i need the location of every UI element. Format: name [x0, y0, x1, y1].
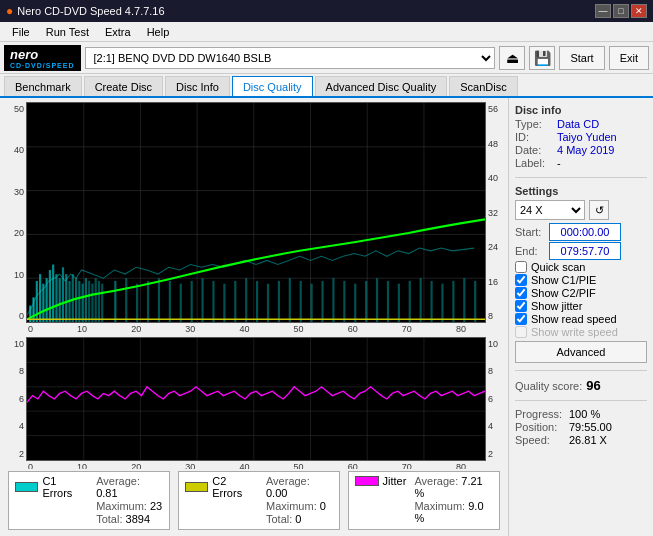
- title-bar-left: ● Nero CD-DVD Speed 4.7.7.16: [6, 4, 165, 18]
- bottom-chart-body: [26, 337, 486, 461]
- svg-rect-18: [52, 265, 54, 322]
- svg-rect-63: [430, 281, 432, 322]
- c1-stat-lines: Average: 0.81 Maximum: 23 Total: 3894: [96, 475, 163, 526]
- show-write-speed-row: Show write speed: [515, 326, 647, 338]
- svg-rect-62: [420, 278, 422, 322]
- svg-rect-47: [256, 281, 258, 322]
- c2-label: C2 Errors: [212, 475, 258, 499]
- show-jitter-checkbox[interactable]: [515, 300, 527, 312]
- disc-type-value: Data CD: [557, 118, 599, 130]
- quick-scan-checkbox[interactable]: [515, 261, 527, 273]
- svg-rect-56: [354, 284, 356, 322]
- tab-create-disc[interactable]: Create Disc: [84, 76, 163, 96]
- quick-scan-label[interactable]: Quick scan: [531, 261, 585, 273]
- maximize-button[interactable]: □: [613, 4, 629, 18]
- menu-run-test[interactable]: Run Test: [38, 25, 97, 39]
- disc-label-value: -: [557, 157, 561, 169]
- menu-file[interactable]: File: [4, 25, 38, 39]
- advanced-button[interactable]: Advanced: [515, 341, 647, 363]
- c2-color-indicator: [185, 482, 208, 492]
- svg-rect-59: [387, 281, 389, 322]
- jitter-color-indicator: [355, 476, 379, 486]
- jitter-header: Jitter: [355, 475, 407, 487]
- jitter-stat-lines: Average: 7.21 % Maximum: 9.0 %: [414, 475, 493, 525]
- drive-select[interactable]: [2:1] BENQ DVD DD DW1640 BSLB: [85, 47, 496, 69]
- start-time-input[interactable]: [549, 223, 621, 241]
- minimize-button[interactable]: —: [595, 4, 611, 18]
- show-c1pie-checkbox[interactable]: [515, 274, 527, 286]
- svg-rect-41: [191, 281, 193, 322]
- bottom-chart-with-axes: 10 8 6 4 2: [4, 337, 504, 461]
- bottom-chart-wrapper: 10 8 6 4 2: [4, 337, 504, 467]
- svg-rect-48: [267, 284, 269, 322]
- disc-info-title: Disc info: [515, 104, 647, 116]
- svg-rect-19: [55, 274, 57, 322]
- show-read-speed-label[interactable]: Show read speed: [531, 313, 617, 325]
- menu-extra[interactable]: Extra: [97, 25, 139, 39]
- end-time-row: End:: [515, 242, 647, 260]
- svg-rect-36: [136, 284, 138, 322]
- show-read-speed-row: Show read speed: [515, 313, 647, 325]
- refresh-button[interactable]: ↺: [589, 200, 609, 220]
- nero-logo: nero CD·DVD/SPEED: [4, 45, 81, 71]
- menu-help[interactable]: Help: [139, 25, 178, 39]
- save-button[interactable]: 💾: [529, 46, 555, 70]
- exit-button[interactable]: Exit: [609, 46, 649, 70]
- top-chart-wrapper: 50 40 30 20 10 0: [4, 102, 504, 335]
- jitter-avg: Average: 7.21 %: [414, 475, 493, 499]
- start-button[interactable]: Start: [559, 46, 604, 70]
- tab-benchmark[interactable]: Benchmark: [4, 76, 82, 96]
- disc-id-value: Taiyo Yuden: [557, 131, 617, 143]
- svg-rect-24: [72, 274, 74, 322]
- svg-rect-49: [278, 281, 280, 322]
- position-label: Position:: [515, 421, 565, 433]
- bottom-y-axis-right: 10 8 6 4 2: [486, 337, 504, 461]
- close-button[interactable]: ✕: [631, 4, 647, 18]
- svg-rect-30: [91, 284, 93, 322]
- tab-disc-info[interactable]: Disc Info: [165, 76, 230, 96]
- jitter-max: Maximum: 9.0 %: [414, 500, 493, 524]
- c1-stat-block: C1 Errors Average: 0.81 Maximum: 23 Tota…: [8, 471, 170, 530]
- show-jitter-label[interactable]: Show jitter: [531, 300, 582, 312]
- main-content: 50 40 30 20 10 0: [0, 98, 653, 536]
- c2-max: Maximum: 0: [266, 500, 333, 512]
- progress-row: Progress: 100 %: [515, 408, 647, 420]
- disc-label-row: Label: -: [515, 157, 647, 169]
- progress-section: Progress: 100 % Position: 79:55.00 Speed…: [515, 408, 647, 447]
- show-read-speed-checkbox[interactable]: [515, 313, 527, 325]
- svg-rect-27: [82, 284, 84, 322]
- svg-rect-45: [234, 281, 236, 322]
- svg-rect-37: [147, 281, 149, 322]
- speed-progress-label: Speed:: [515, 434, 565, 446]
- svg-rect-38: [158, 278, 160, 322]
- end-time-input[interactable]: [549, 242, 621, 260]
- svg-rect-50: [289, 278, 291, 322]
- title-bar-controls: — □ ✕: [595, 4, 647, 18]
- tab-disc-quality[interactable]: Disc Quality: [232, 76, 313, 96]
- top-x-axis-row: 0 10 20 30 40 50 60 70 80: [4, 323, 504, 335]
- disc-type-row: Type: Data CD: [515, 118, 647, 130]
- eject-button[interactable]: ⏏: [499, 46, 525, 70]
- tab-scan-disc[interactable]: ScanDisc: [449, 76, 517, 96]
- logo-text: nero: [10, 47, 75, 62]
- svg-rect-12: [32, 297, 34, 322]
- show-jitter-row: Show jitter: [515, 300, 647, 312]
- show-c1pie-label[interactable]: Show C1/PIE: [531, 274, 596, 286]
- position-value: 79:55.00: [569, 421, 612, 433]
- svg-rect-14: [39, 274, 41, 322]
- right-panel: Disc info Type: Data CD ID: Taiyo Yuden …: [508, 98, 653, 536]
- svg-rect-57: [365, 281, 367, 322]
- tab-advanced-disc-quality[interactable]: Advanced Disc Quality: [315, 76, 448, 96]
- svg-rect-51: [300, 281, 302, 322]
- show-c2pif-label[interactable]: Show C2/PIF: [531, 287, 596, 299]
- svg-rect-21: [62, 267, 64, 322]
- speed-select[interactable]: 24 X: [515, 200, 585, 220]
- settings-title: Settings: [515, 185, 647, 197]
- progress-value: 100 %: [569, 408, 600, 420]
- disc-date-row: Date: 4 May 2019: [515, 144, 647, 156]
- show-c2pif-checkbox[interactable]: [515, 287, 527, 299]
- top-chart-with-axes: 50 40 30 20 10 0: [4, 102, 504, 323]
- app-title: Nero CD-DVD Speed 4.7.7.16: [17, 5, 164, 17]
- svg-rect-52: [311, 284, 313, 322]
- svg-rect-15: [42, 284, 44, 322]
